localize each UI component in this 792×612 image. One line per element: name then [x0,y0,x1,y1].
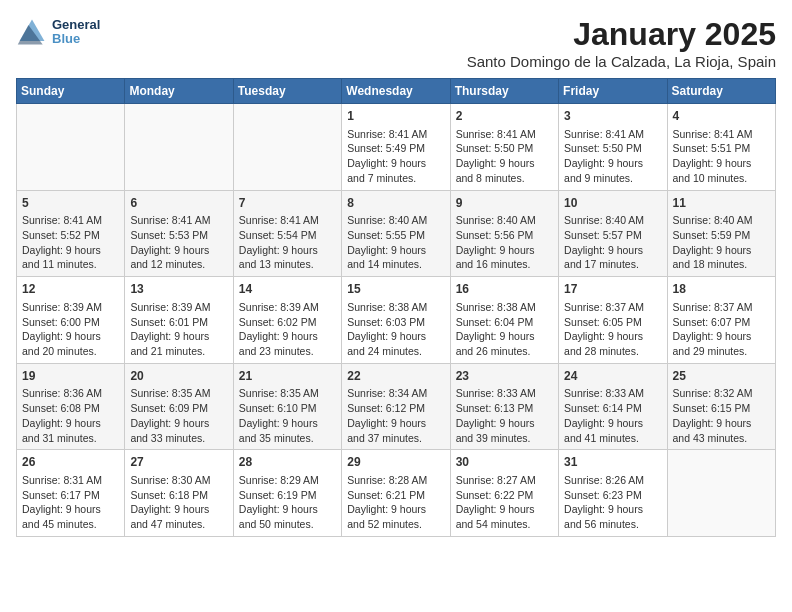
logo-line1: General [52,18,100,32]
day-number: 1 [347,108,444,125]
day-info: Sunrise: 8:40 AMSunset: 5:57 PMDaylight:… [564,213,661,272]
day-number: 30 [456,454,553,471]
day-number: 21 [239,368,336,385]
day-cell [233,104,341,191]
day-cell: 23Sunrise: 8:33 AMSunset: 6:13 PMDayligh… [450,363,558,450]
day-number: 17 [564,281,661,298]
day-info: Sunrise: 8:38 AMSunset: 6:03 PMDaylight:… [347,300,444,359]
day-info: Sunrise: 8:37 AMSunset: 6:05 PMDaylight:… [564,300,661,359]
header-thursday: Thursday [450,79,558,104]
day-number: 9 [456,195,553,212]
day-info: Sunrise: 8:39 AMSunset: 6:00 PMDaylight:… [22,300,119,359]
day-cell: 18Sunrise: 8:37 AMSunset: 6:07 PMDayligh… [667,277,775,364]
logo: General Blue [16,16,100,48]
header-friday: Friday [559,79,667,104]
day-number: 23 [456,368,553,385]
header-wednesday: Wednesday [342,79,450,104]
day-info: Sunrise: 8:41 AMSunset: 5:53 PMDaylight:… [130,213,227,272]
day-number: 28 [239,454,336,471]
day-cell: 3Sunrise: 8:41 AMSunset: 5:50 PMDaylight… [559,104,667,191]
day-cell: 6Sunrise: 8:41 AMSunset: 5:53 PMDaylight… [125,190,233,277]
day-number: 10 [564,195,661,212]
day-number: 8 [347,195,444,212]
day-number: 27 [130,454,227,471]
header-saturday: Saturday [667,79,775,104]
day-cell [667,450,775,537]
day-cell: 20Sunrise: 8:35 AMSunset: 6:09 PMDayligh… [125,363,233,450]
day-cell: 1Sunrise: 8:41 AMSunset: 5:49 PMDaylight… [342,104,450,191]
day-cell: 29Sunrise: 8:28 AMSunset: 6:21 PMDayligh… [342,450,450,537]
day-cell: 7Sunrise: 8:41 AMSunset: 5:54 PMDaylight… [233,190,341,277]
day-number: 6 [130,195,227,212]
day-info: Sunrise: 8:41 AMSunset: 5:50 PMDaylight:… [564,127,661,186]
day-info: Sunrise: 8:35 AMSunset: 6:10 PMDaylight:… [239,386,336,445]
day-number: 24 [564,368,661,385]
day-number: 20 [130,368,227,385]
day-info: Sunrise: 8:31 AMSunset: 6:17 PMDaylight:… [22,473,119,532]
day-number: 19 [22,368,119,385]
header-monday: Monday [125,79,233,104]
week-row-4: 19Sunrise: 8:36 AMSunset: 6:08 PMDayligh… [17,363,776,450]
day-info: Sunrise: 8:26 AMSunset: 6:23 PMDaylight:… [564,473,661,532]
day-number: 25 [673,368,770,385]
day-cell: 22Sunrise: 8:34 AMSunset: 6:12 PMDayligh… [342,363,450,450]
day-info: Sunrise: 8:36 AMSunset: 6:08 PMDaylight:… [22,386,119,445]
day-cell: 19Sunrise: 8:36 AMSunset: 6:08 PMDayligh… [17,363,125,450]
day-cell: 16Sunrise: 8:38 AMSunset: 6:04 PMDayligh… [450,277,558,364]
day-info: Sunrise: 8:30 AMSunset: 6:18 PMDaylight:… [130,473,227,532]
day-info: Sunrise: 8:34 AMSunset: 6:12 PMDaylight:… [347,386,444,445]
day-cell: 28Sunrise: 8:29 AMSunset: 6:19 PMDayligh… [233,450,341,537]
day-number: 13 [130,281,227,298]
day-cell: 15Sunrise: 8:38 AMSunset: 6:03 PMDayligh… [342,277,450,364]
day-cell: 10Sunrise: 8:40 AMSunset: 5:57 PMDayligh… [559,190,667,277]
week-row-2: 5Sunrise: 8:41 AMSunset: 5:52 PMDaylight… [17,190,776,277]
day-number: 31 [564,454,661,471]
day-number: 15 [347,281,444,298]
day-cell: 12Sunrise: 8:39 AMSunset: 6:00 PMDayligh… [17,277,125,364]
day-number: 22 [347,368,444,385]
logo-text: General Blue [52,18,100,47]
day-info: Sunrise: 8:35 AMSunset: 6:09 PMDaylight:… [130,386,227,445]
day-number: 7 [239,195,336,212]
day-cell: 14Sunrise: 8:39 AMSunset: 6:02 PMDayligh… [233,277,341,364]
day-number: 5 [22,195,119,212]
month-title: January 2025 [467,16,776,53]
day-cell: 17Sunrise: 8:37 AMSunset: 6:05 PMDayligh… [559,277,667,364]
day-number: 4 [673,108,770,125]
day-info: Sunrise: 8:39 AMSunset: 6:01 PMDaylight:… [130,300,227,359]
day-info: Sunrise: 8:41 AMSunset: 5:54 PMDaylight:… [239,213,336,272]
day-cell: 27Sunrise: 8:30 AMSunset: 6:18 PMDayligh… [125,450,233,537]
week-row-1: 1Sunrise: 8:41 AMSunset: 5:49 PMDaylight… [17,104,776,191]
day-number: 26 [22,454,119,471]
day-info: Sunrise: 8:29 AMSunset: 6:19 PMDaylight:… [239,473,336,532]
day-number: 16 [456,281,553,298]
day-info: Sunrise: 8:39 AMSunset: 6:02 PMDaylight:… [239,300,336,359]
location-title: Santo Domingo de la Calzada, La Rioja, S… [467,53,776,70]
title-area: January 2025 Santo Domingo de la Calzada… [467,16,776,70]
day-number: 29 [347,454,444,471]
header: General Blue January 2025 Santo Domingo … [16,16,776,70]
logo-icon [16,16,48,48]
calendar: Sunday Monday Tuesday Wednesday Thursday… [16,78,776,537]
day-cell [17,104,125,191]
day-cell: 9Sunrise: 8:40 AMSunset: 5:56 PMDaylight… [450,190,558,277]
day-cell: 24Sunrise: 8:33 AMSunset: 6:14 PMDayligh… [559,363,667,450]
header-sunday: Sunday [17,79,125,104]
day-cell: 4Sunrise: 8:41 AMSunset: 5:51 PMDaylight… [667,104,775,191]
day-info: Sunrise: 8:32 AMSunset: 6:15 PMDaylight:… [673,386,770,445]
day-number: 18 [673,281,770,298]
day-info: Sunrise: 8:38 AMSunset: 6:04 PMDaylight:… [456,300,553,359]
weekday-header-row: Sunday Monday Tuesday Wednesday Thursday… [17,79,776,104]
day-info: Sunrise: 8:33 AMSunset: 6:14 PMDaylight:… [564,386,661,445]
day-cell: 31Sunrise: 8:26 AMSunset: 6:23 PMDayligh… [559,450,667,537]
day-cell: 2Sunrise: 8:41 AMSunset: 5:50 PMDaylight… [450,104,558,191]
day-info: Sunrise: 8:41 AMSunset: 5:50 PMDaylight:… [456,127,553,186]
day-info: Sunrise: 8:41 AMSunset: 5:49 PMDaylight:… [347,127,444,186]
day-cell [125,104,233,191]
day-number: 11 [673,195,770,212]
day-cell: 26Sunrise: 8:31 AMSunset: 6:17 PMDayligh… [17,450,125,537]
day-info: Sunrise: 8:27 AMSunset: 6:22 PMDaylight:… [456,473,553,532]
day-cell: 11Sunrise: 8:40 AMSunset: 5:59 PMDayligh… [667,190,775,277]
header-tuesday: Tuesday [233,79,341,104]
day-info: Sunrise: 8:33 AMSunset: 6:13 PMDaylight:… [456,386,553,445]
